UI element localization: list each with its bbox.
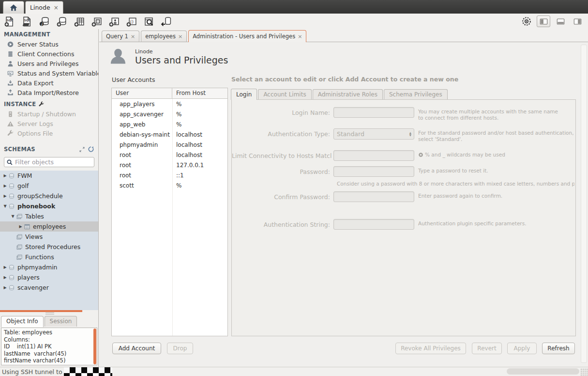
sidebar-item-client-connections[interactable]: Client Connections	[0, 49, 98, 59]
sidebar-item-data-export[interactable]: Data Export	[0, 78, 98, 88]
sidebar-item-label: Users and Privileges	[17, 60, 79, 67]
revert-button[interactable]: Revert	[472, 343, 502, 354]
account-row[interactable]: app_web%	[112, 119, 227, 129]
sidebar-item-server-logs[interactable]: Server Logs	[0, 119, 98, 128]
close-icon[interactable]: ×	[298, 33, 302, 40]
limit-connectivity-to-hosts-matcl-input[interactable]	[333, 150, 414, 161]
svg-text:(): ()	[130, 19, 134, 24]
account-row[interactable]: root127.0.0.1	[112, 160, 227, 170]
tab-session[interactable]: Session	[45, 316, 77, 327]
toggle-bottom-panel-icon	[557, 17, 565, 26]
account-user: root	[112, 172, 172, 179]
new-sql-tab-button[interactable]: SQL	[3, 15, 16, 28]
expander-icon[interactable]: ▶	[2, 265, 8, 269]
authentication-string-input[interactable]	[333, 219, 414, 230]
tree-item-players[interactable]: ▶players	[0, 272, 98, 282]
password-hint: Consider using a password with 8 or more…	[337, 181, 574, 187]
revoke-all-privileges-button[interactable]: Revoke All Privileges	[395, 343, 466, 354]
apply-button[interactable]: Apply	[507, 343, 537, 354]
expander-icon[interactable]: ▶	[17, 224, 24, 229]
toggle-right-panel-button[interactable]	[571, 16, 584, 27]
sidebar-item-startup-shutdown[interactable]: Startup / Shutdown	[0, 109, 98, 119]
sidebar-item-options-file[interactable]: Options File	[0, 128, 98, 138]
sidebar-item-label: Server Status	[17, 41, 59, 48]
expander-icon[interactable]: ▶	[2, 184, 8, 188]
toggle-left-sidebar-button[interactable]	[537, 16, 550, 27]
expander-icon[interactable]: ▶	[2, 194, 8, 198]
horizontal-scroll-thumb[interactable]	[507, 368, 579, 375]
expander-icon[interactable]: ▼	[2, 204, 8, 208]
refresh-button[interactable]: Refresh	[542, 343, 575, 354]
tree-item-phonebook[interactable]: ▼phonebook	[0, 201, 98, 211]
sidebar-item-data-import-restore[interactable]: Data Import/Restore	[0, 88, 98, 97]
tab-schema-privileges[interactable]: Schema Privileges	[384, 89, 448, 99]
tree-item-phpmyadmin[interactable]: ▶phpmyadmin	[0, 262, 98, 272]
object-info-scrollbar[interactable]	[93, 329, 96, 364]
close-icon[interactable]: ×	[131, 33, 135, 40]
expander-icon[interactable]: ▶	[2, 285, 8, 290]
tree-item-fwm[interactable]: ▶FWM	[0, 171, 98, 181]
filter-objects-input[interactable]	[15, 158, 92, 166]
authentication-type-select[interactable]: Standard▲▼	[333, 128, 414, 140]
account-row[interactable]: scott%	[112, 180, 227, 190]
refresh-schemas-icon[interactable]	[88, 146, 94, 153]
expand-panel-icon[interactable]	[79, 146, 85, 153]
expander-icon[interactable]: ▶	[2, 275, 8, 280]
editor-tab-administration-users-and-privileges[interactable]: Administration - Users and Privileges×	[188, 30, 306, 42]
expander-icon[interactable]: ▶	[2, 173, 8, 178]
new-procedure-button[interactable]	[107, 15, 121, 28]
tree-item-functions[interactable]: Functions	[0, 252, 98, 262]
new-view-button[interactable]	[90, 15, 103, 28]
password-input[interactable]	[333, 166, 414, 177]
connection-tab[interactable]: Linode ×	[25, 1, 63, 14]
account-row[interactable]: rootlocalhost	[112, 150, 227, 160]
tree-item-stored-procedures[interactable]: Stored Procedures	[0, 242, 98, 252]
column-header-from-host[interactable]: From Host	[172, 88, 206, 98]
spinner-arrows-icon[interactable]: ▲▼	[409, 132, 414, 137]
new-function-button[interactable]: ()	[125, 15, 138, 28]
drop-button[interactable]: Drop	[167, 343, 193, 354]
sidebar-item-users-and-privileges[interactable]: Users and Privileges	[0, 59, 98, 68]
window-resize-grip[interactable]	[580, 368, 588, 376]
search-table-data-button[interactable]	[142, 15, 155, 28]
sidebar-item-status-and-system-variables[interactable]: Status and System Variables	[0, 68, 98, 78]
close-icon[interactable]: ×	[54, 4, 59, 11]
field-help-text: For the standard password and/or host ba…	[418, 128, 574, 142]
sidebar-item-server-status[interactable]: Server Status	[0, 39, 98, 49]
account-row[interactable]: app_players%	[112, 99, 227, 109]
editor-tab-query-1[interactable]: Query 1×	[102, 31, 139, 42]
new-schema-button[interactable]	[55, 15, 68, 28]
tree-item-groupschedule[interactable]: ▶groupSchedule	[0, 191, 98, 201]
preferences-button[interactable]	[520, 16, 533, 27]
account-row[interactable]: phpmyadminlocalhost	[112, 140, 227, 150]
tab-object-info[interactable]: Object Info	[1, 316, 44, 327]
home-tab[interactable]	[3, 1, 24, 14]
reconnect-dbms-button[interactable]	[160, 15, 173, 28]
tree-item-scavenger[interactable]: ▶scavenger	[0, 282, 98, 293]
tree-item-views[interactable]: Views	[0, 232, 98, 242]
open-sql-script-button[interactable]: SQL	[20, 15, 33, 28]
toggle-bottom-panel-button[interactable]	[554, 16, 567, 27]
splitter-grip[interactable]	[45, 313, 54, 315]
server-logs-icon	[7, 120, 14, 127]
column-header-user[interactable]: User	[112, 88, 172, 98]
expander-icon[interactable]: ▼	[10, 214, 16, 219]
open-inspector-button[interactable]: i	[38, 15, 51, 28]
new-table-button[interactable]	[73, 15, 86, 28]
tree-item-tables[interactable]: ▼Tables	[0, 211, 98, 221]
main-scrollbar[interactable]	[581, 45, 587, 363]
login-name-input[interactable]	[333, 107, 414, 118]
tree-item-employees[interactable]: ▶employees	[0, 221, 98, 232]
tab-login[interactable]: Login	[231, 89, 257, 100]
tab-administrative-roles[interactable]: Administrative Roles	[313, 89, 383, 99]
splitter-highlight[interactable]	[0, 310, 82, 312]
confirm-password-input[interactable]	[333, 191, 414, 202]
account-row[interactable]: debian-sys-maintlocalhost	[112, 129, 227, 140]
add-account-button[interactable]: Add Account	[112, 343, 161, 354]
tab-account-limits[interactable]: Account Limits	[258, 89, 311, 99]
close-icon[interactable]: ×	[178, 33, 182, 40]
editor-tab-employees[interactable]: employees×	[141, 31, 187, 42]
tree-item-golf[interactable]: ▶golf	[0, 181, 98, 191]
account-row[interactable]: app_scavenger%	[112, 109, 227, 119]
account-row[interactable]: root::1	[112, 170, 227, 180]
